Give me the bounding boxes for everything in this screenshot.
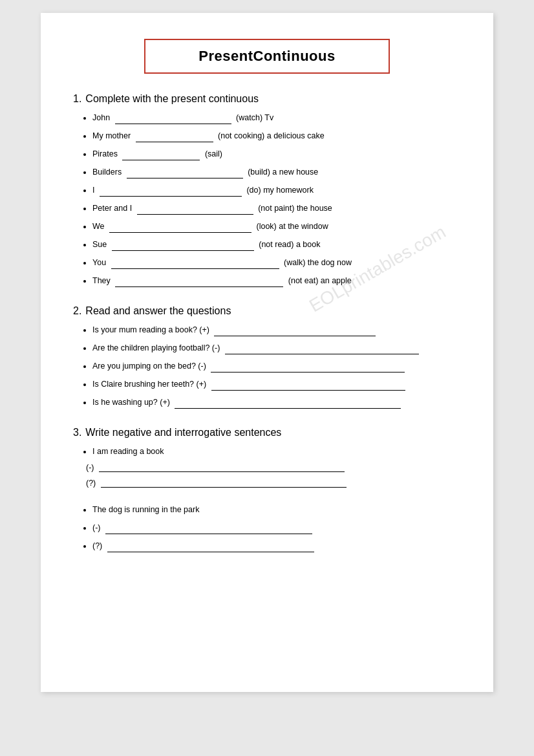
answer-blank[interactable] bbox=[175, 408, 401, 409]
int-blank-1[interactable] bbox=[101, 487, 347, 488]
neg-blank-2[interactable] bbox=[105, 534, 312, 534]
list-item: Are you jumping on the bed? (-) bbox=[92, 360, 461, 373]
neg-blank-1[interactable] bbox=[99, 471, 345, 472]
list-item: We (look) at the window bbox=[92, 220, 461, 233]
neg-item-1: (-) bbox=[86, 463, 461, 472]
list-item: Builders (build) a new house bbox=[92, 166, 461, 178]
section-3-group-2: The dog is running in the park (-) (?) bbox=[73, 503, 461, 552]
section-2-instruction: Read and answer the questions bbox=[85, 305, 231, 317]
blank[interactable] bbox=[111, 268, 279, 269]
answer-blank[interactable] bbox=[211, 372, 405, 373]
section-3: 3. Write negative and interrogative sent… bbox=[73, 427, 461, 552]
list-item: Is your mum reading a book? (+) bbox=[92, 323, 461, 336]
blank[interactable] bbox=[115, 286, 283, 287]
answer-blank[interactable] bbox=[214, 336, 376, 336]
answer-blank[interactable] bbox=[211, 390, 405, 391]
section-1-instruction: Complete with the present continuous bbox=[85, 93, 259, 105]
list-item: Are the children playing football? (-) bbox=[92, 341, 461, 354]
int-blank-2[interactable] bbox=[107, 552, 314, 552]
list-item: I am reading a book bbox=[92, 445, 461, 458]
section-2-number: 2. bbox=[73, 305, 81, 317]
page-title: PresentContinuous bbox=[165, 48, 369, 65]
worksheet-page: PresentContinuous 1. Complete with the p… bbox=[41, 13, 493, 692]
title-box: PresentContinuous bbox=[144, 39, 390, 74]
list-item: I (do) my homework bbox=[92, 184, 461, 197]
section-3-number: 3. bbox=[73, 427, 81, 438]
list-item: Sue (not read) a book bbox=[92, 238, 461, 251]
list-item: (?) bbox=[92, 539, 461, 552]
section-2-list: Is your mum reading a book? (+) Are the … bbox=[73, 323, 461, 409]
section-1-number: 1. bbox=[73, 93, 81, 105]
list-item: You (walk) the dog now bbox=[92, 256, 461, 269]
answer-blank[interactable] bbox=[225, 354, 419, 354]
section-2: 2. Read and answer the questions Is your… bbox=[73, 305, 461, 409]
list-item: Peter and I (not paint) the house bbox=[92, 202, 461, 215]
list-item: John (watch) Tv bbox=[92, 111, 461, 124]
blank[interactable] bbox=[137, 214, 253, 215]
list-item: The dog is running in the park bbox=[92, 503, 461, 516]
section-3-group-1: I am reading a book bbox=[73, 445, 461, 458]
int-item-1: (?) bbox=[86, 479, 461, 488]
blank[interactable] bbox=[136, 142, 213, 142]
blank[interactable] bbox=[127, 178, 243, 178]
list-item: Is Claire brushing her teeth? (+) bbox=[92, 378, 461, 391]
list-item: (-) bbox=[92, 521, 461, 534]
blank[interactable] bbox=[100, 196, 242, 197]
list-item: They (not eat) an apple bbox=[92, 274, 461, 287]
blank[interactable] bbox=[115, 124, 231, 124]
section-1: 1. Complete with the present continuous … bbox=[73, 93, 461, 287]
list-item: Is he washing up? (+) bbox=[92, 396, 461, 409]
list-item: My mother (not cooking) a delicious cake bbox=[92, 129, 461, 142]
blank[interactable] bbox=[122, 160, 200, 160]
section-1-list: John (watch) Tv My mother (not cooking) … bbox=[73, 111, 461, 287]
blank[interactable] bbox=[109, 232, 251, 233]
section-3-sub-1: (-) (?) bbox=[73, 463, 461, 488]
section-3-instruction: Write negative and interrogative sentenc… bbox=[85, 427, 281, 438]
list-item: Pirates (sail) bbox=[92, 147, 461, 160]
blank[interactable] bbox=[112, 250, 254, 251]
